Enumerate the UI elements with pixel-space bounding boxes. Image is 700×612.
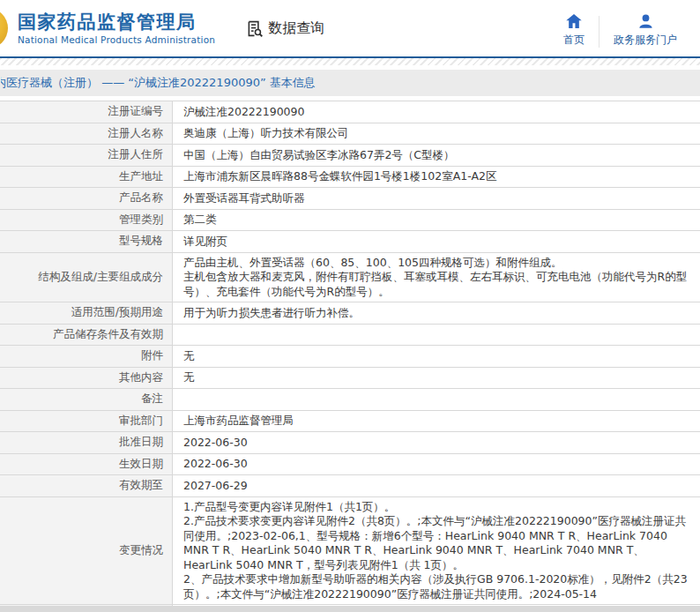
row-label-text: 型号规格 bbox=[119, 234, 163, 249]
breadcrumb-text: 医疗器械（注册） —— “沪械注准20222190090” 基本信息 bbox=[6, 75, 316, 91]
document-search-icon bbox=[245, 19, 264, 38]
data-query-label: 数据查询 bbox=[268, 19, 324, 38]
row-label-text: 审批部门 bbox=[119, 414, 163, 429]
row-value-text: 上海市浦东新区晨晖路88号金蝶软件园1号楼1楼102室A1-A2区 bbox=[183, 169, 496, 184]
data-query-button[interactable]: 数据查询 bbox=[245, 19, 324, 38]
site-title: 国家药品监督管理局 bbox=[18, 11, 215, 33]
row-label-text: 产品储存条件及有效期 bbox=[53, 327, 163, 342]
home-icon bbox=[566, 14, 582, 28]
hatch-stripe-band bbox=[0, 58, 700, 65]
row-value-text: 2022-06-30 bbox=[183, 457, 248, 472]
row-value: 无 bbox=[173, 368, 700, 390]
row-label: 产品名称 bbox=[0, 188, 173, 210]
table-row: 变更情况1.产品型号变更内容详见附件1（共1页）。 2.产品技术要求变更内容详见… bbox=[0, 497, 700, 606]
nav-item-gov-portal[interactable]: 政务服务门户 bbox=[599, 9, 691, 48]
row-value: 上海市药品监督管理局 bbox=[173, 411, 700, 433]
row-value-text: 中国（上海）自由贸易试验区李冰路67弄2号（C型楼） bbox=[183, 148, 455, 163]
row-value-text: 外置受话器耳背式助听器 bbox=[183, 191, 305, 206]
site-subtitle: National Medical Products Administration bbox=[18, 34, 215, 45]
row-value-text: 1.产品型号变更内容详见附件1（共1页）。 2.产品技术要求变更内容详见附件2（… bbox=[183, 500, 691, 602]
row-value: 产品由主机、外置受话器（60、85、100、105四种规格可选）和附件组成。 主… bbox=[173, 253, 700, 303]
row-label: 备注 bbox=[0, 389, 173, 411]
nav-item-home[interactable]: 首页 bbox=[549, 9, 599, 48]
row-label: 审批部门 bbox=[0, 411, 173, 433]
row-label: 其他内容 bbox=[0, 368, 173, 390]
row-label-text: 生效日期 bbox=[119, 457, 163, 472]
nav-item-label: 首页 bbox=[563, 33, 585, 48]
table-row: 管理类别第二类 bbox=[0, 210, 700, 232]
row-value-text: 上海市药品监督管理局 bbox=[183, 414, 294, 429]
row-value: 无 bbox=[173, 346, 700, 368]
table-row: 生产地址上海市浦东新区晨晖路88号金蝶软件园1号楼1楼102室A1-A2区 bbox=[0, 167, 700, 189]
row-label: 生效日期 bbox=[0, 454, 173, 476]
brand-block: 国家药品监督管理局 National Medical Products Admi… bbox=[18, 11, 215, 45]
row-label-text: 其他内容 bbox=[119, 370, 163, 385]
table-row: 附件无 bbox=[0, 346, 700, 368]
row-label-text: 备注 bbox=[141, 392, 163, 407]
row-label: 注册人住所 bbox=[0, 145, 173, 167]
row-value: 奥迪康（上海）听力技术有限公司 bbox=[173, 123, 700, 146]
user-icon bbox=[638, 14, 653, 28]
row-value: 详见附页 bbox=[173, 231, 700, 253]
row-label-text: 生产地址 bbox=[119, 169, 163, 184]
row-value-text: 第二类 bbox=[183, 213, 217, 228]
row-value: 外置受话器耳背式助听器 bbox=[173, 188, 700, 210]
breadcrumb: 内 医疗器械（注册） —— “沪械注准20222190090” 基本信息 bbox=[0, 70, 700, 96]
row-label-text: 结构及组成/主要组成成分 bbox=[38, 270, 163, 285]
row-value-text: 产品由主机、外置受话器（60、85、100、105四种规格可选）和附件组成。 主… bbox=[183, 256, 691, 300]
row-label-text: 产品名称 bbox=[119, 190, 163, 205]
footer-strip bbox=[0, 606, 700, 612]
table-row: 批准日期2022-06-30 bbox=[0, 432, 700, 454]
row-value: 1.产品型号变更内容详见附件1（共1页）。 2.产品技术要求变更内容详见附件2（… bbox=[173, 497, 700, 606]
table-row: 有效期至2027-06-29 bbox=[0, 475, 700, 497]
row-label: 注册证编号 bbox=[0, 101, 173, 123]
row-value-text: 沪械注准20222190090 bbox=[183, 105, 304, 120]
row-value: 中国（上海）自由贸易试验区李冰路67弄2号（C型楼） bbox=[173, 145, 700, 167]
row-label: 变更情况 bbox=[0, 497, 173, 606]
row-label-text: 批准日期 bbox=[119, 435, 163, 450]
table-row: 适用范围/预期用途用于为听力损失患者进行听力补偿。 bbox=[0, 302, 700, 325]
row-value bbox=[173, 325, 700, 347]
table-row: 型号规格详见附页 bbox=[0, 231, 700, 253]
row-value: 2022-06-30 bbox=[173, 432, 700, 454]
row-value-text: 2022-06-30 bbox=[183, 436, 248, 451]
table-row: 结构及组成/主要组成成分产品由主机、外置受话器（60、85、100、105四种规… bbox=[0, 253, 700, 303]
table-row: 产品储存条件及有效期 bbox=[0, 325, 700, 347]
row-label: 适用范围/预期用途 bbox=[0, 302, 173, 325]
table-row: 注册人住所中国（上海）自由贸易试验区李冰路67弄2号（C型楼） bbox=[0, 145, 700, 167]
row-label-text: 注册人住所 bbox=[108, 147, 164, 162]
row-label: 型号规格 bbox=[0, 231, 173, 253]
row-label-text: 注册人名称 bbox=[108, 126, 164, 141]
row-label-text: 管理类别 bbox=[119, 213, 163, 228]
table-row: 其他内容无 bbox=[0, 368, 700, 390]
row-value: 2027-06-29 bbox=[173, 475, 700, 497]
row-value-text: 2027-06-29 bbox=[183, 479, 248, 494]
row-label: 生产地址 bbox=[0, 167, 173, 189]
row-value: 第二类 bbox=[173, 210, 700, 232]
row-label-text: 附件 bbox=[141, 348, 163, 363]
table-row: 产品名称外置受话器耳背式助听器 bbox=[0, 188, 700, 210]
top-nav: 首页 政务服务门户 bbox=[549, 9, 691, 48]
nmpa-emblem-logo bbox=[0, 8, 8, 49]
row-label-text: 有效期至 bbox=[119, 478, 163, 493]
row-label: 附件 bbox=[0, 346, 173, 368]
table-row: 备注 bbox=[0, 389, 700, 411]
row-label: 注册人名称 bbox=[0, 123, 173, 146]
row-label: 有效期至 bbox=[0, 475, 173, 497]
row-value: 沪械注准20222190090 bbox=[173, 101, 700, 123]
row-value: 用于为听力损失患者进行听力补偿。 bbox=[173, 302, 700, 325]
page: 国家药品监督管理局 National Medical Products Admi… bbox=[0, 0, 700, 612]
table-row: 注册人名称奥迪康（上海）听力技术有限公司 bbox=[0, 123, 700, 146]
row-label: 结构及组成/主要组成成分 bbox=[0, 253, 173, 303]
row-value-text: 用于为听力损失患者进行听力补偿。 bbox=[183, 306, 360, 321]
row-label-text: 注册证编号 bbox=[108, 104, 164, 119]
row-value: 上海市浦东新区晨晖路88号金蝶软件园1号楼1楼102室A1-A2区 bbox=[173, 167, 700, 189]
row-value-text: 详见附页 bbox=[183, 235, 227, 250]
row-value-text: 奥迪康（上海）听力技术有限公司 bbox=[183, 126, 349, 141]
nav-item-label: 政务服务门户 bbox=[614, 33, 677, 48]
row-label-text: 变更情况 bbox=[119, 543, 163, 558]
site-header: 国家药品监督管理局 National Medical Products Admi… bbox=[0, 0, 700, 56]
row-value-text: 无 bbox=[183, 370, 195, 385]
row-label: 管理类别 bbox=[0, 210, 173, 232]
row-value: 2022-06-30 bbox=[173, 454, 700, 476]
